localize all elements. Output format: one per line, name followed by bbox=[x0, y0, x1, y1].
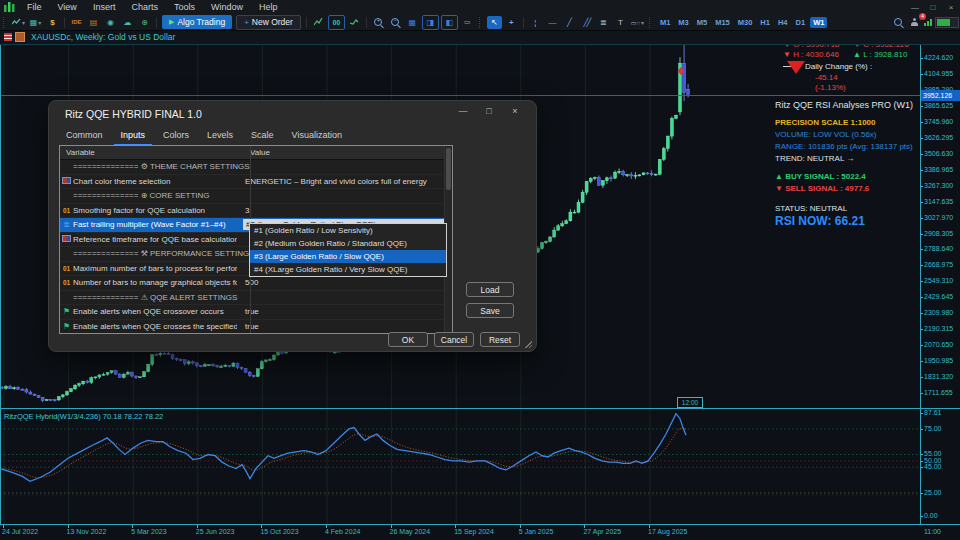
price-scale-label: 2549.310 bbox=[924, 277, 953, 286]
setting-label: Fast trailing multiplier (Wave Factor #1… bbox=[73, 220, 237, 229]
vertical-line-tool[interactable]: ¦ bbox=[528, 16, 543, 29]
timeframe-h1[interactable]: H1 bbox=[757, 17, 773, 28]
settings-row[interactable]: 01Number of bars to manage graphical obj… bbox=[60, 276, 452, 291]
settings-section-row[interactable]: ============== ⚠ QQE ALERT SETTINGS bbox=[60, 291, 452, 306]
restore-button[interactable]: □ bbox=[924, 3, 942, 12]
connection-status[interactable] bbox=[924, 16, 959, 29]
indicator-scale-label: 25.00 bbox=[924, 489, 942, 498]
cancel-button[interactable]: Cancel bbox=[434, 332, 474, 347]
menu-file[interactable]: File bbox=[19, 2, 50, 12]
tab-colors[interactable]: Colors bbox=[156, 128, 196, 146]
tab-inputs[interactable]: Inputs bbox=[114, 128, 153, 146]
setting-value[interactable]: 3 bbox=[237, 206, 452, 215]
tab-visualization[interactable]: Visualization bbox=[285, 128, 349, 146]
timeframe-m3[interactable]: M3 bbox=[675, 17, 691, 28]
resize-grip[interactable] bbox=[525, 341, 532, 348]
panel-left-button[interactable]: ◧ bbox=[441, 15, 458, 30]
crosshair-tool-button[interactable]: + bbox=[504, 16, 519, 29]
timeframe-w1[interactable]: W1 bbox=[810, 17, 827, 28]
dropdown-option[interactable]: #3 (Large Golden Ratio / Slow QQE) bbox=[250, 250, 446, 263]
chart-tab-title[interactable]: XAUUSDc, Weekly: Gold vs US Dollar bbox=[31, 32, 175, 42]
market-button[interactable]: ▤ bbox=[86, 16, 101, 29]
toolbar-grip[interactable] bbox=[3, 17, 7, 28]
chart-shift-button[interactable]: ▭ bbox=[460, 16, 475, 29]
new-order-button[interactable]: + New Order bbox=[236, 15, 301, 30]
setting-label: ============== ⊕ CORE SETTING bbox=[73, 191, 452, 200]
tab-scale[interactable]: Scale bbox=[244, 128, 281, 146]
search-button[interactable] bbox=[890, 16, 905, 29]
zoom-in-button[interactable]: + bbox=[371, 16, 386, 29]
tile-windows-button[interactable]: ▦ bbox=[405, 16, 420, 29]
settings-row[interactable]: 01Smoothing factor for QQE calculation3 bbox=[60, 204, 452, 219]
cloud-button[interactable]: ☁ bbox=[120, 16, 135, 29]
menu-window[interactable]: Window bbox=[203, 2, 251, 12]
dialog-close-button[interactable]: × bbox=[504, 106, 526, 116]
tab-common[interactable]: Common bbox=[59, 128, 110, 146]
setting-value[interactable]: true bbox=[237, 322, 452, 331]
algo-trading-button[interactable]: ▶ Algo Trading bbox=[162, 15, 232, 29]
tick-chart-button[interactable] bbox=[311, 16, 326, 29]
menu-help[interactable]: Help bbox=[251, 2, 286, 12]
toolbar-grip[interactable] bbox=[479, 17, 483, 28]
shapes-tool[interactable]: ▭○▾ bbox=[630, 16, 645, 29]
metaeditor-button[interactable]: IDE bbox=[69, 16, 84, 29]
timeframe-h4[interactable]: H4 bbox=[775, 17, 791, 28]
timeframe-m5[interactable]: M5 bbox=[694, 17, 710, 28]
indicator-list-button[interactable]: ▦▾ bbox=[28, 16, 43, 29]
notifications-button[interactable]: 4 bbox=[907, 16, 922, 29]
text-tool[interactable]: T bbox=[613, 16, 628, 29]
save-button[interactable]: Save bbox=[466, 303, 514, 318]
dropdown-option[interactable]: #1 (Golden Ratio / Low Sensivity) bbox=[250, 224, 446, 237]
setting-value[interactable]: 500 bbox=[237, 278, 452, 287]
range-info: RANGE: 101836 pts (Avg: 138137 pts) bbox=[775, 142, 913, 151]
line-chart-button[interactable] bbox=[347, 16, 362, 29]
zoom-out-button[interactable]: − bbox=[388, 16, 403, 29]
qqe-indicator-chart[interactable] bbox=[0, 409, 920, 524]
setting-value[interactable]: ENERGETIC – Bright and vivid colors full… bbox=[237, 177, 452, 186]
horizontal-line-tool[interactable]: — bbox=[545, 16, 560, 29]
dropdown-option[interactable]: #4 (XLarge Golden Ratio / Very Slow QQE) bbox=[250, 263, 446, 276]
chart-type-button[interactable]: ▾ bbox=[11, 16, 26, 29]
setting-value[interactable]: true bbox=[237, 307, 452, 316]
minimize-button[interactable]: — bbox=[906, 3, 924, 12]
community-button[interactable]: ⊕ bbox=[137, 16, 152, 29]
channel-tool[interactable]: ╱╱ bbox=[579, 16, 594, 29]
chart-profile-icon[interactable] bbox=[15, 32, 25, 42]
menu-tools[interactable]: Tools bbox=[166, 2, 203, 12]
menu-charts[interactable]: Charts bbox=[123, 2, 166, 12]
price-scale[interactable]: 4344.2854224.6204104.9553985.2903865.625… bbox=[921, 44, 960, 524]
toolbar-grip[interactable] bbox=[649, 17, 653, 28]
settings-section-row[interactable]: ============== ⊕ CORE SETTING bbox=[60, 189, 452, 204]
candle-chart-button[interactable]: 00 bbox=[328, 15, 345, 30]
quotes-button[interactable]: $ bbox=[45, 16, 60, 29]
chart-list-icon[interactable] bbox=[4, 33, 12, 41]
timeframe-m15[interactable]: M15 bbox=[712, 17, 733, 28]
scrollbar-thumb[interactable] bbox=[446, 148, 451, 190]
timeframe-m30[interactable]: M30 bbox=[735, 17, 756, 28]
timeframe-d1[interactable]: D1 bbox=[793, 17, 809, 28]
ok-button[interactable]: OK bbox=[388, 332, 428, 347]
settings-row[interactable]: Chart color theme selectionENERGETIC – B… bbox=[60, 175, 452, 190]
trendline-tool[interactable]: ╱ bbox=[562, 16, 577, 29]
dialog-maximize-button[interactable]: □ bbox=[478, 106, 500, 116]
reset-button[interactable]: Reset bbox=[480, 332, 520, 347]
load-button[interactable]: Load bbox=[466, 282, 514, 297]
cursor-tool-button[interactable]: ↖ bbox=[487, 16, 502, 29]
subwindow-separator[interactable] bbox=[0, 408, 960, 410]
dropdown-option[interactable]: #2 (Medium Golden Ratio / Standard QQE) bbox=[250, 237, 446, 250]
num-icon: 01 bbox=[60, 279, 73, 286]
panel-right-button[interactable]: ◨ bbox=[422, 15, 439, 30]
fibonacci-tool[interactable]: ≣ bbox=[596, 16, 611, 29]
menu-insert[interactable]: Insert bbox=[85, 2, 124, 12]
signals-button[interactable]: ◉ bbox=[103, 16, 118, 29]
setting-label: Number of bars to manage graphical objec… bbox=[73, 278, 237, 287]
timeframe-m1[interactable]: M1 bbox=[657, 17, 673, 28]
menu-view[interactable]: View bbox=[50, 2, 85, 12]
tab-levels[interactable]: Levels bbox=[200, 128, 240, 146]
num-icon: 01 bbox=[60, 207, 73, 214]
close-button[interactable]: × bbox=[942, 3, 960, 12]
date-axis[interactable]: 11:00 24 Jul 202213 Nov 20225 Mar 202325… bbox=[0, 525, 960, 540]
settings-row[interactable]: ⚑Enable alerts when QQE crossover occurs… bbox=[60, 305, 452, 320]
dialog-minimize-button[interactable]: — bbox=[452, 106, 474, 116]
settings-section-row[interactable]: ============== ⚙ THEME CHART SETTINGS bbox=[60, 160, 452, 175]
